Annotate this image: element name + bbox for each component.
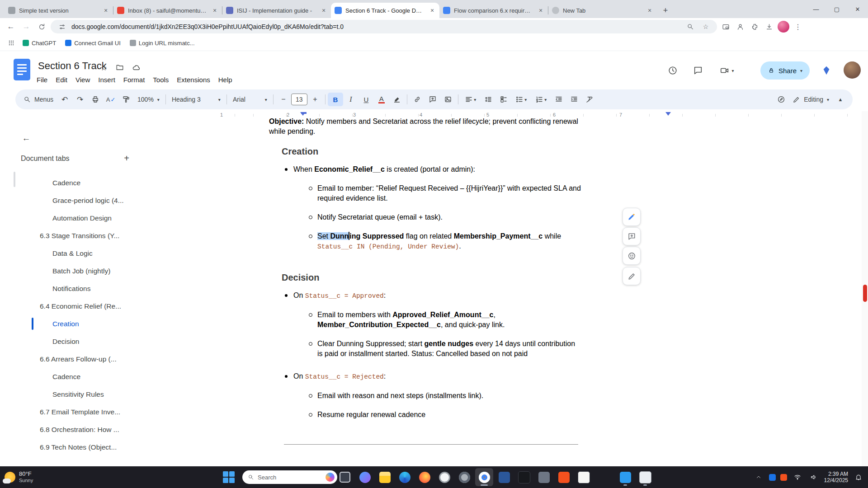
tab-close-icon[interactable]: ×: [211, 7, 218, 14]
tab-close-icon[interactable]: ×: [646, 7, 653, 14]
browser-avatar[interactable]: [778, 21, 789, 33]
sidebar-item-creation-active[interactable]: Creation: [0, 315, 216, 333]
paragraph-style-select[interactable]: Heading 3 ▾: [168, 93, 224, 106]
tab-implementation-guide[interactable]: ISIJ - Implementation guide - ×: [222, 3, 331, 18]
tab-close-icon[interactable]: ×: [537, 7, 544, 14]
insert-link-icon[interactable]: [410, 93, 425, 106]
new-tab-button[interactable]: +: [660, 5, 671, 16]
chatgpt-icon[interactable]: [435, 468, 453, 486]
close-button[interactable]: ✕: [847, 0, 868, 18]
share-dropdown-icon[interactable]: ▾: [800, 68, 802, 73]
tab-close-icon[interactable]: ×: [102, 7, 109, 14]
star-document-icon[interactable]: ☆: [100, 63, 107, 73]
bookmark-star-icon[interactable]: ☆: [700, 21, 712, 33]
add-comment-icon[interactable]: [425, 93, 440, 106]
tab-simple-text-version[interactable]: Simple text version ×: [5, 3, 113, 18]
sidebar-item-decision[interactable]: Decision: [0, 333, 216, 350]
menu-file[interactable]: File: [33, 74, 52, 85]
spellcheck-icon[interactable]: A✓: [103, 93, 118, 106]
sidebar-item-automation-design[interactable]: Automation Design: [0, 209, 216, 227]
scrollbar-thumb[interactable]: [863, 285, 867, 302]
sidebar-item-sensitivity-rules[interactable]: Sensitivity Rules: [0, 385, 216, 403]
store-icon[interactable]: [535, 468, 553, 486]
move-folder-icon[interactable]: [116, 63, 124, 71]
sidebar-item-6-4-economic-relief[interactable]: 6.4 Economic Relief (Re...: [0, 297, 216, 315]
menu-tools[interactable]: Tools: [149, 74, 173, 85]
copilot-icon[interactable]: [356, 468, 374, 486]
increase-indent-icon[interactable]: [566, 93, 582, 106]
firefox-icon[interactable]: [415, 468, 434, 486]
highlight-color-button[interactable]: [389, 93, 405, 106]
emoji-reaction-button[interactable]: [623, 247, 641, 265]
decrease-font-icon[interactable]: −: [276, 93, 291, 106]
vlc-icon[interactable]: [555, 468, 573, 486]
sidebar-item-cadence-1[interactable]: Cadence: [0, 174, 216, 192]
word-icon[interactable]: [495, 468, 513, 486]
file-explorer-icon[interactable]: [376, 468, 394, 486]
taskbar-search[interactable]: Search: [242, 470, 337, 484]
insert-image-icon[interactable]: [440, 93, 456, 106]
menu-extensions[interactable]: Extensions: [173, 74, 214, 85]
bulleted-list-button[interactable]: ▾: [511, 93, 531, 106]
notifications-bell-icon[interactable]: [853, 471, 864, 483]
back-icon[interactable]: ←: [5, 20, 17, 33]
add-comment-margin-button[interactable]: [623, 227, 641, 245]
taskbar-clock[interactable]: 2:39 AM 12/4/2025: [824, 471, 848, 484]
reload-icon[interactable]: [35, 20, 48, 33]
cloud-status-icon[interactable]: [132, 63, 141, 72]
version-history-icon[interactable]: [664, 61, 682, 80]
sidebar-item-6-7-email-template[interactable]: 6.7 Email Template Inve...: [0, 403, 216, 421]
sidebar-item-6-6-arrears[interactable]: 6.6 Arrears Follow-up (...: [0, 350, 216, 368]
share-button[interactable]: Share ▾: [760, 61, 810, 80]
url-bar[interactable]: docs.google.com/document/d/1jkdXn2EE3q0X…: [51, 20, 717, 33]
numbered-list-button[interactable]: ▾: [531, 93, 551, 106]
redo-icon[interactable]: ↷: [72, 93, 88, 106]
tab-new-tab[interactable]: New Tab ×: [548, 3, 657, 18]
decrease-indent-icon[interactable]: [551, 93, 566, 106]
line-spacing-icon[interactable]: [481, 93, 496, 106]
right-indent-marker[interactable]: [665, 112, 671, 116]
collapse-toolbar-icon[interactable]: ▲: [833, 93, 848, 106]
underline-button[interactable]: U: [359, 93, 374, 106]
tab-flow-comparison[interactable]: Flow comparison 6.x requireme... ×: [439, 3, 548, 18]
help-me-write-button[interactable]: [623, 208, 641, 226]
weather-widget[interactable]: 80°F Sunny: [5, 466, 33, 488]
vertical-scrollbar[interactable]: [862, 111, 868, 466]
document-title[interactable]: Section 6 Track: [38, 60, 107, 72]
search-lens-icon[interactable]: [684, 21, 696, 33]
bookmark-chatgpt[interactable]: ChatGPT: [19, 38, 60, 48]
increase-font-icon[interactable]: +: [307, 93, 323, 106]
downloads-icon[interactable]: [763, 21, 775, 33]
kebab-menu-icon[interactable]: ⋮: [792, 21, 804, 33]
sidebar-item-cadence-2[interactable]: Cadence: [0, 368, 216, 385]
menu-edit[interactable]: Edit: [52, 74, 71, 85]
notion-icon[interactable]: [575, 468, 593, 486]
sidebar-item-6-3-stage-transitions[interactable]: 6.3 Stage Transitions (Y...: [0, 227, 216, 244]
tab-close-icon[interactable]: ×: [429, 7, 436, 14]
wifi-icon[interactable]: [792, 471, 803, 483]
site-info-icon[interactable]: [56, 21, 68, 33]
bookmark-connect-gmail[interactable]: Connect Gmail UI: [61, 38, 124, 48]
checklist-icon[interactable]: [496, 93, 511, 106]
extensions-puzzle-icon[interactable]: [749, 21, 760, 33]
edge-icon[interactable]: [396, 468, 414, 486]
maximize-button[interactable]: ▢: [826, 0, 847, 18]
print-icon[interactable]: [88, 93, 103, 106]
clear-formatting-icon[interactable]: [582, 93, 597, 106]
minimize-button[interactable]: —: [806, 0, 826, 18]
paint-format-icon[interactable]: [118, 93, 134, 106]
editing-mode-select[interactable]: Editing ▾: [789, 93, 833, 106]
task-view-icon[interactable]: [336, 468, 354, 486]
vscode-icon[interactable]: [616, 468, 634, 486]
chrome-icon[interactable]: [475, 468, 493, 486]
profile-icon[interactable]: [734, 21, 746, 33]
terminal-icon[interactable]: [515, 468, 533, 486]
menu-insert[interactable]: Insert: [94, 74, 119, 85]
tray-app-blue-icon[interactable]: [769, 474, 776, 481]
pen-mode-icon[interactable]: [774, 93, 789, 106]
align-button[interactable]: ▾: [461, 93, 481, 106]
tray-chevron-up-icon[interactable]: [753, 471, 764, 483]
font-family-select[interactable]: Arial ▾: [229, 93, 271, 106]
notepad-icon[interactable]: [636, 468, 654, 486]
tab-section-6-track-active[interactable]: Section 6 Track - Google Docs ×: [331, 3, 439, 18]
